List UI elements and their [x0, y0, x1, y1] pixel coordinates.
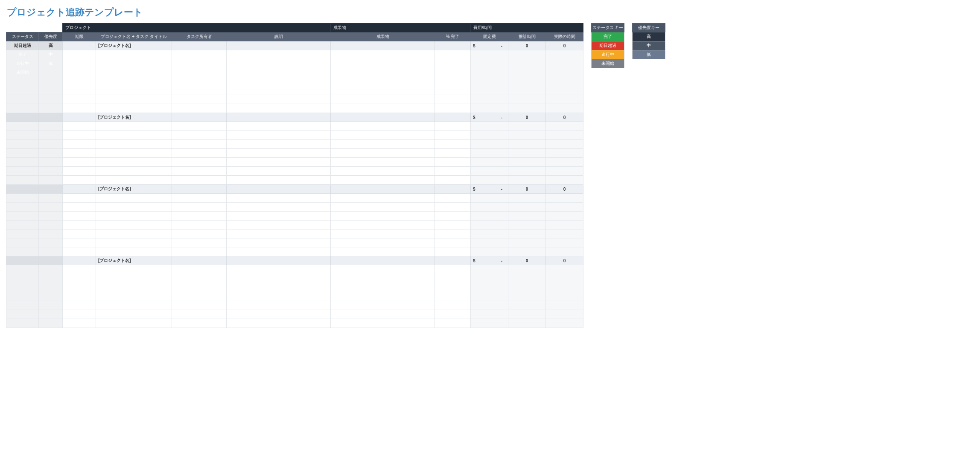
section-deadline-cell[interactable]	[63, 185, 96, 194]
task-cost-cell[interactable]	[471, 95, 508, 104]
task-title-cell[interactable]	[96, 229, 172, 238]
task-est-cell[interactable]	[508, 104, 546, 113]
task-act-cell[interactable]	[546, 167, 583, 176]
task-deadline-cell[interactable]	[63, 176, 96, 185]
task-title-cell[interactable]	[96, 50, 172, 59]
section-owner-cell[interactable]	[172, 113, 227, 122]
task-deadline-cell[interactable]	[63, 104, 96, 113]
task-cost-cell[interactable]	[471, 86, 508, 95]
task-owner-cell[interactable]	[172, 86, 227, 95]
task-status-cell[interactable]	[6, 158, 39, 167]
task-cost-cell[interactable]	[471, 149, 508, 158]
task-desc-cell[interactable]	[227, 59, 331, 68]
section-owner-cell[interactable]	[172, 185, 227, 194]
task-deliv-cell[interactable]	[331, 68, 435, 77]
task-priority-cell[interactable]	[39, 274, 63, 283]
task-priority-cell[interactable]	[39, 310, 63, 319]
task-cost-cell[interactable]	[471, 68, 508, 77]
task-priority-cell[interactable]	[39, 86, 63, 95]
section-status-cell[interactable]: 期日超過	[6, 41, 39, 50]
task-act-cell[interactable]	[546, 194, 583, 203]
task-desc-cell[interactable]	[227, 283, 331, 292]
task-est-cell[interactable]	[508, 310, 546, 319]
task-owner-cell[interactable]	[172, 158, 227, 167]
task-est-cell[interactable]	[508, 292, 546, 301]
task-deliv-cell[interactable]	[331, 50, 435, 59]
task-deadline-cell[interactable]	[63, 122, 96, 131]
section-deadline-cell[interactable]	[63, 41, 96, 50]
task-owner-cell[interactable]	[172, 203, 227, 212]
task-cost-cell[interactable]	[471, 158, 508, 167]
task-priority-cell[interactable]	[39, 265, 63, 274]
task-act-cell[interactable]	[546, 131, 583, 140]
task-desc-cell[interactable]	[227, 265, 331, 274]
task-act-cell[interactable]	[546, 140, 583, 149]
task-desc-cell[interactable]	[227, 167, 331, 176]
task-deliv-cell[interactable]	[331, 212, 435, 221]
task-est-cell[interactable]	[508, 229, 546, 238]
task-status-cell[interactable]	[6, 238, 39, 247]
task-deadline-cell[interactable]	[63, 158, 96, 167]
task-owner-cell[interactable]	[172, 104, 227, 113]
task-est-cell[interactable]	[508, 149, 546, 158]
task-owner-cell[interactable]	[172, 283, 227, 292]
task-act-cell[interactable]	[546, 274, 583, 283]
task-status-cell[interactable]	[6, 167, 39, 176]
task-pct-cell[interactable]	[435, 77, 471, 86]
task-owner-cell[interactable]	[172, 122, 227, 131]
task-cost-cell[interactable]	[471, 221, 508, 229]
task-status-cell[interactable]	[6, 176, 39, 185]
task-pct-cell[interactable]	[435, 229, 471, 238]
task-title-cell[interactable]	[96, 68, 172, 77]
task-owner-cell[interactable]	[172, 247, 227, 256]
section-cost-cell[interactable]: $-	[471, 256, 508, 265]
task-est-cell[interactable]	[508, 50, 546, 59]
task-deadline-cell[interactable]	[63, 50, 96, 59]
task-est-cell[interactable]	[508, 59, 546, 68]
section-cost-cell[interactable]: $-	[471, 41, 508, 50]
task-deliv-cell[interactable]	[331, 265, 435, 274]
task-cost-cell[interactable]	[471, 229, 508, 238]
task-act-cell[interactable]	[546, 229, 583, 238]
task-deadline-cell[interactable]	[63, 301, 96, 310]
section-act-cell[interactable]: 0	[546, 256, 583, 265]
task-pct-cell[interactable]	[435, 319, 471, 328]
section-priority-cell[interactable]	[39, 185, 63, 194]
task-pct-cell[interactable]	[435, 95, 471, 104]
task-priority-cell[interactable]	[39, 283, 63, 292]
task-status-cell[interactable]	[6, 229, 39, 238]
task-owner-cell[interactable]	[172, 301, 227, 310]
task-deliv-cell[interactable]	[331, 158, 435, 167]
task-owner-cell[interactable]	[172, 221, 227, 229]
task-owner-cell[interactable]	[172, 238, 227, 247]
task-pct-cell[interactable]	[435, 158, 471, 167]
task-status-cell[interactable]	[6, 274, 39, 283]
task-cost-cell[interactable]	[471, 77, 508, 86]
task-owner-cell[interactable]	[172, 274, 227, 283]
task-desc-cell[interactable]	[227, 247, 331, 256]
task-owner-cell[interactable]	[172, 95, 227, 104]
task-title-cell[interactable]	[96, 59, 172, 68]
task-title-cell[interactable]	[96, 265, 172, 274]
task-owner-cell[interactable]	[172, 212, 227, 221]
task-priority-cell[interactable]	[39, 158, 63, 167]
section-pct-cell[interactable]	[435, 113, 471, 122]
task-title-cell[interactable]	[96, 247, 172, 256]
section-deliv-cell[interactable]	[331, 185, 435, 194]
task-cost-cell[interactable]	[471, 167, 508, 176]
task-est-cell[interactable]	[508, 131, 546, 140]
task-priority-cell[interactable]: 中	[39, 50, 63, 59]
section-status-cell[interactable]	[6, 256, 39, 265]
task-status-cell[interactable]	[6, 203, 39, 212]
section-priority-cell[interactable]	[39, 256, 63, 265]
section-name-cell[interactable]: [プロジェクト名]	[96, 41, 172, 50]
task-title-cell[interactable]	[96, 238, 172, 247]
task-deliv-cell[interactable]	[331, 77, 435, 86]
task-title-cell[interactable]	[96, 203, 172, 212]
task-pct-cell[interactable]	[435, 167, 471, 176]
task-deliv-cell[interactable]	[331, 274, 435, 283]
task-status-cell[interactable]: 未開始	[6, 68, 39, 77]
task-deliv-cell[interactable]	[331, 247, 435, 256]
task-cost-cell[interactable]	[471, 203, 508, 212]
task-desc-cell[interactable]	[227, 104, 331, 113]
